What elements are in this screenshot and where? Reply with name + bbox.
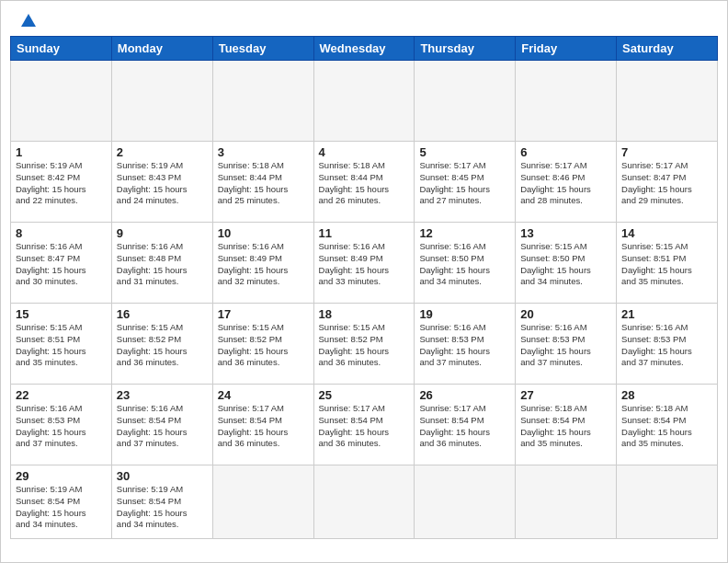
day-header-tuesday: Tuesday <box>212 37 313 61</box>
day-number: 20 <box>520 307 611 321</box>
day-header-thursday: Thursday <box>415 37 516 61</box>
calendar-body: 1Sunrise: 5:19 AMSunset: 8:42 PMDaylight… <box>11 61 718 539</box>
logo-area <box>17 12 38 30</box>
calendar-cell: 11Sunrise: 5:16 AMSunset: 8:49 PMDayligh… <box>313 223 415 304</box>
calendar-cell: 21Sunrise: 5:16 AMSunset: 8:53 PMDayligh… <box>617 304 718 385</box>
day-info: Sunrise: 5:18 AMSunset: 8:44 PMDaylight:… <box>319 160 410 207</box>
day-info: Sunrise: 5:16 AMSunset: 8:48 PMDaylight:… <box>117 241 208 288</box>
day-info: Sunrise: 5:17 AMSunset: 8:46 PMDaylight:… <box>520 160 611 207</box>
day-number: 3 <box>218 145 309 159</box>
day-header-sunday: Sunday <box>11 37 112 61</box>
calendar-cell <box>516 61 617 142</box>
day-number: 8 <box>16 226 107 240</box>
calendar-cell: 24Sunrise: 5:17 AMSunset: 8:54 PMDayligh… <box>212 385 313 465</box>
day-number: 16 <box>117 307 208 321</box>
calendar-cell: 22Sunrise: 5:16 AMSunset: 8:53 PMDayligh… <box>11 385 112 465</box>
calendar-cell: 15Sunrise: 5:15 AMSunset: 8:51 PMDayligh… <box>11 304 112 385</box>
day-number: 10 <box>218 226 309 240</box>
day-number: 13 <box>520 226 611 240</box>
calendar-cell <box>516 465 617 539</box>
calendar-cell: 28Sunrise: 5:18 AMSunset: 8:54 PMDayligh… <box>617 385 718 465</box>
day-info: Sunrise: 5:16 AMSunset: 8:54 PMDaylight:… <box>117 403 208 450</box>
day-info: Sunrise: 5:17 AMSunset: 8:47 PMDaylight:… <box>621 160 712 207</box>
calendar-cell: 25Sunrise: 5:17 AMSunset: 8:54 PMDayligh… <box>313 385 415 465</box>
calendar-cell: 18Sunrise: 5:15 AMSunset: 8:52 PMDayligh… <box>313 304 415 385</box>
calendar-cell <box>617 465 718 539</box>
day-header-wednesday: Wednesday <box>313 37 415 61</box>
day-number: 29 <box>16 469 107 483</box>
svg-marker-0 <box>21 14 36 27</box>
calendar-cell <box>111 61 212 142</box>
day-info: Sunrise: 5:16 AMSunset: 8:53 PMDaylight:… <box>520 322 611 369</box>
calendar-cell: 20Sunrise: 5:16 AMSunset: 8:53 PMDayligh… <box>516 304 617 385</box>
calendar-cell <box>415 61 516 142</box>
calendar-cell: 12Sunrise: 5:16 AMSunset: 8:50 PMDayligh… <box>415 223 516 304</box>
day-number: 28 <box>621 388 712 402</box>
day-number: 12 <box>419 226 510 240</box>
calendar-week-row: 1Sunrise: 5:19 AMSunset: 8:42 PMDaylight… <box>11 142 718 223</box>
day-header-saturday: Saturday <box>617 37 718 61</box>
calendar-cell: 3Sunrise: 5:18 AMSunset: 8:44 PMDaylight… <box>212 142 313 223</box>
day-info: Sunrise: 5:19 AMSunset: 8:42 PMDaylight:… <box>16 160 107 207</box>
day-info: Sunrise: 5:16 AMSunset: 8:49 PMDaylight:… <box>218 241 309 288</box>
calendar-cell: 6Sunrise: 5:17 AMSunset: 8:46 PMDaylight… <box>516 142 617 223</box>
calendar-container: SundayMondayTuesdayWednesdayThursdayFrid… <box>1 36 727 562</box>
day-number: 7 <box>621 145 712 159</box>
calendar-cell: 10Sunrise: 5:16 AMSunset: 8:49 PMDayligh… <box>212 223 313 304</box>
calendar-cell: 26Sunrise: 5:17 AMSunset: 8:54 PMDayligh… <box>415 385 516 465</box>
day-info: Sunrise: 5:17 AMSunset: 8:54 PMDaylight:… <box>419 403 510 450</box>
day-number: 22 <box>16 388 107 402</box>
calendar-cell <box>415 465 516 539</box>
day-number: 30 <box>117 469 208 483</box>
calendar-cell: 27Sunrise: 5:18 AMSunset: 8:54 PMDayligh… <box>516 385 617 465</box>
calendar-cell: 16Sunrise: 5:15 AMSunset: 8:52 PMDayligh… <box>111 304 212 385</box>
header <box>1 1 727 36</box>
logo-text <box>17 12 38 30</box>
day-number: 19 <box>419 307 510 321</box>
calendar-cell: 7Sunrise: 5:17 AMSunset: 8:47 PMDaylight… <box>617 142 718 223</box>
page: SundayMondayTuesdayWednesdayThursdayFrid… <box>0 0 728 563</box>
calendar-cell <box>313 465 415 539</box>
calendar-cell: 19Sunrise: 5:16 AMSunset: 8:53 PMDayligh… <box>415 304 516 385</box>
day-number: 25 <box>319 388 410 402</box>
day-info: Sunrise: 5:15 AMSunset: 8:52 PMDaylight:… <box>319 322 410 369</box>
calendar-cell <box>212 61 313 142</box>
day-number: 1 <box>16 145 107 159</box>
day-number: 4 <box>319 145 410 159</box>
day-info: Sunrise: 5:15 AMSunset: 8:52 PMDaylight:… <box>117 322 208 369</box>
day-number: 24 <box>218 388 309 402</box>
calendar-cell <box>212 465 313 539</box>
day-number: 2 <box>117 145 208 159</box>
day-number: 6 <box>520 145 611 159</box>
calendar-cell: 14Sunrise: 5:15 AMSunset: 8:51 PMDayligh… <box>617 223 718 304</box>
day-info: Sunrise: 5:16 AMSunset: 8:53 PMDaylight:… <box>419 322 510 369</box>
calendar-cell: 13Sunrise: 5:15 AMSunset: 8:50 PMDayligh… <box>516 223 617 304</box>
day-header-monday: Monday <box>111 37 212 61</box>
day-number: 14 <box>621 226 712 240</box>
calendar-week-row: 8Sunrise: 5:16 AMSunset: 8:47 PMDaylight… <box>11 223 718 304</box>
calendar-week-row: 15Sunrise: 5:15 AMSunset: 8:51 PMDayligh… <box>11 304 718 385</box>
calendar-cell: 17Sunrise: 5:15 AMSunset: 8:52 PMDayligh… <box>212 304 313 385</box>
day-number: 17 <box>218 307 309 321</box>
day-number: 5 <box>419 145 510 159</box>
calendar-week-row: 29Sunrise: 5:19 AMSunset: 8:54 PMDayligh… <box>11 465 718 539</box>
day-info: Sunrise: 5:15 AMSunset: 8:50 PMDaylight:… <box>520 241 611 288</box>
calendar-cell: 9Sunrise: 5:16 AMSunset: 8:48 PMDaylight… <box>111 223 212 304</box>
day-number: 18 <box>319 307 410 321</box>
day-info: Sunrise: 5:15 AMSunset: 8:51 PMDaylight:… <box>16 322 107 369</box>
logo-icon <box>19 12 38 30</box>
day-info: Sunrise: 5:16 AMSunset: 8:47 PMDaylight:… <box>16 241 107 288</box>
day-info: Sunrise: 5:17 AMSunset: 8:54 PMDaylight:… <box>218 403 309 450</box>
day-info: Sunrise: 5:16 AMSunset: 8:53 PMDaylight:… <box>621 322 712 369</box>
day-number: 11 <box>319 226 410 240</box>
day-number: 21 <box>621 307 712 321</box>
calendar-cell: 4Sunrise: 5:18 AMSunset: 8:44 PMDaylight… <box>313 142 415 223</box>
day-info: Sunrise: 5:18 AMSunset: 8:54 PMDaylight:… <box>621 403 712 450</box>
calendar-cell: 2Sunrise: 5:19 AMSunset: 8:43 PMDaylight… <box>111 142 212 223</box>
day-info: Sunrise: 5:15 AMSunset: 8:51 PMDaylight:… <box>621 241 712 288</box>
calendar-cell <box>313 61 415 142</box>
day-header-friday: Friday <box>516 37 617 61</box>
calendar-table: SundayMondayTuesdayWednesdayThursdayFrid… <box>10 36 718 539</box>
day-info: Sunrise: 5:18 AMSunset: 8:44 PMDaylight:… <box>218 160 309 207</box>
calendar-cell: 8Sunrise: 5:16 AMSunset: 8:47 PMDaylight… <box>11 223 112 304</box>
